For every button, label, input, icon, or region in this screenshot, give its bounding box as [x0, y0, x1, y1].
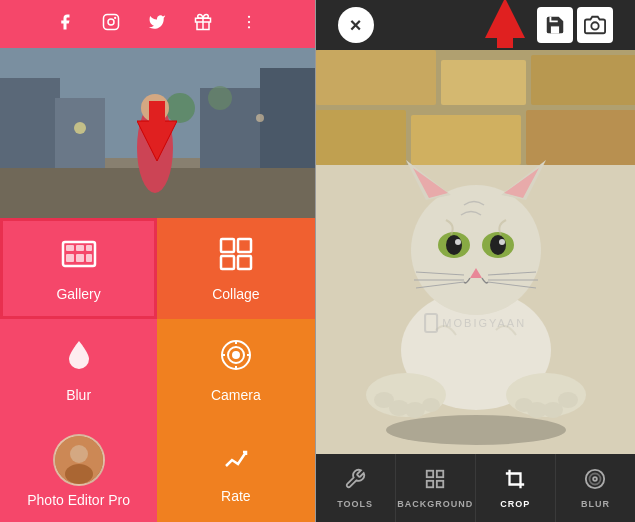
crop-label: CROP: [500, 499, 530, 509]
svg-rect-11: [0, 78, 60, 168]
camera-button[interactable]: Camera: [157, 319, 314, 420]
right-panel: ×: [316, 0, 636, 522]
svg-rect-51: [531, 55, 636, 105]
gallery-label: Gallery: [56, 286, 100, 302]
svg-rect-30: [221, 239, 234, 252]
svg-point-7: [248, 26, 250, 28]
rate-label: Rate: [221, 488, 251, 504]
svg-point-16: [208, 86, 232, 110]
facebook-icon[interactable]: [56, 13, 74, 36]
left-panel: Gallery Collage Blur: [0, 0, 315, 522]
save-icon: [537, 7, 573, 43]
svg-point-46: [591, 22, 598, 29]
camera-share-icon: [577, 7, 613, 43]
svg-rect-54: [526, 110, 636, 165]
svg-point-36: [233, 352, 239, 358]
background-label: BACKGROUND: [397, 499, 473, 509]
photo-editor-pro-button[interactable]: Photo Editor Pro: [0, 421, 157, 522]
svg-rect-31: [238, 239, 251, 252]
svg-rect-86: [427, 470, 433, 476]
svg-point-91: [590, 473, 601, 484]
svg-rect-50: [441, 60, 526, 105]
svg-point-80: [405, 402, 425, 418]
close-icon: ×: [338, 7, 374, 43]
svg-point-65: [446, 235, 462, 255]
blur-toolbar-icon: [584, 468, 606, 495]
twitter-icon[interactable]: [148, 13, 166, 36]
svg-rect-27: [66, 254, 74, 262]
svg-marker-44: [485, 0, 525, 38]
blur-label: Blur: [66, 387, 91, 403]
menu-grid: Gallery Collage Blur: [0, 218, 315, 522]
photo-editor-pro-label: Photo Editor Pro: [27, 492, 130, 508]
svg-point-81: [422, 398, 440, 412]
svg-rect-33: [238, 256, 251, 269]
svg-rect-29: [86, 254, 92, 262]
hero-image: [0, 48, 315, 218]
svg-point-43: [65, 464, 93, 484]
collage-icon: [218, 236, 254, 280]
instagram-icon[interactable]: [102, 13, 120, 36]
svg-rect-88: [437, 480, 443, 486]
bottom-toolbar: TOOLS BACKGROUND CROP: [316, 454, 636, 522]
svg-point-56: [386, 415, 566, 445]
svg-point-2: [114, 16, 116, 18]
svg-rect-28: [76, 254, 84, 262]
svg-rect-0: [104, 14, 119, 29]
tools-button[interactable]: TOOLS: [316, 454, 396, 522]
menu-dots-icon[interactable]: [240, 13, 258, 36]
blur-toolbar-label: BLUR: [581, 499, 610, 509]
background-button[interactable]: BACKGROUND: [396, 454, 476, 522]
svg-point-20: [256, 114, 264, 122]
blur-toolbar-button[interactable]: BLUR: [556, 454, 635, 522]
camera-label: Camera: [211, 387, 261, 403]
svg-point-85: [558, 392, 578, 408]
blur-button[interactable]: Blur: [0, 319, 157, 420]
svg-rect-89: [427, 480, 433, 486]
svg-rect-22: [149, 101, 165, 126]
watermark-phone-icon: [424, 313, 438, 333]
svg-rect-53: [411, 115, 521, 165]
svg-rect-87: [437, 470, 443, 476]
avatar: [53, 434, 105, 486]
left-topbar: [0, 0, 315, 48]
background-icon: [424, 468, 446, 495]
svg-point-92: [594, 477, 598, 481]
svg-marker-21: [137, 121, 177, 161]
svg-rect-14: [260, 68, 315, 168]
svg-point-68: [499, 239, 505, 245]
gallery-button[interactable]: Gallery: [0, 218, 157, 319]
svg-point-66: [490, 235, 506, 255]
svg-point-42: [70, 445, 88, 463]
svg-point-6: [248, 20, 250, 22]
save-button[interactable]: [535, 5, 575, 45]
camera-icon: [218, 337, 254, 381]
right-topbar: ×: [316, 0, 636, 50]
svg-point-5: [248, 15, 250, 17]
watermark: MOBIGYAAN: [424, 313, 526, 333]
svg-point-58: [411, 185, 541, 315]
gallery-icon: [61, 236, 97, 280]
crop-button[interactable]: CROP: [476, 454, 556, 522]
svg-rect-45: [497, 33, 513, 48]
gift-icon[interactable]: [194, 13, 212, 36]
svg-rect-32: [221, 256, 234, 269]
svg-point-1: [108, 19, 114, 25]
svg-point-67: [455, 239, 461, 245]
cat-image: MOBIGYAAN: [316, 50, 636, 454]
svg-point-19: [74, 122, 86, 134]
close-button[interactable]: ×: [336, 5, 376, 45]
blur-icon: [61, 337, 97, 381]
svg-rect-25: [76, 245, 84, 251]
collage-button[interactable]: Collage: [157, 218, 314, 319]
camera-share-button[interactable]: [575, 5, 615, 45]
crop-icon: [504, 468, 526, 495]
tools-icon: [344, 468, 366, 495]
svg-rect-52: [316, 110, 406, 165]
svg-rect-24: [66, 245, 74, 251]
svg-rect-49: [316, 50, 436, 105]
rate-button[interactable]: Rate: [157, 421, 314, 522]
svg-rect-26: [86, 245, 92, 251]
tools-label: TOOLS: [337, 499, 373, 509]
rate-icon: [218, 438, 254, 482]
